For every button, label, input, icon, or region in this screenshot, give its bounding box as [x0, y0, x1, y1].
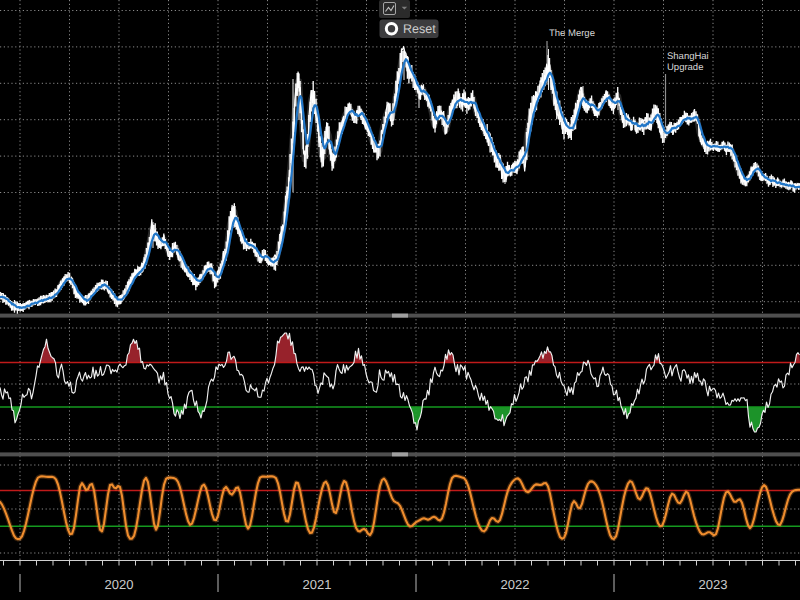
svg-text:Reset: Reset: [403, 22, 436, 36]
svg-text:2021: 2021: [303, 577, 332, 592]
svg-text:2023: 2023: [699, 577, 728, 592]
svg-text:2022: 2022: [501, 577, 530, 592]
svg-text:Upgrade: Upgrade: [667, 62, 703, 73]
svg-text:The Merge: The Merge: [549, 28, 595, 39]
svg-text:ShangHai: ShangHai: [667, 51, 709, 62]
svg-text:2020: 2020: [105, 577, 134, 592]
